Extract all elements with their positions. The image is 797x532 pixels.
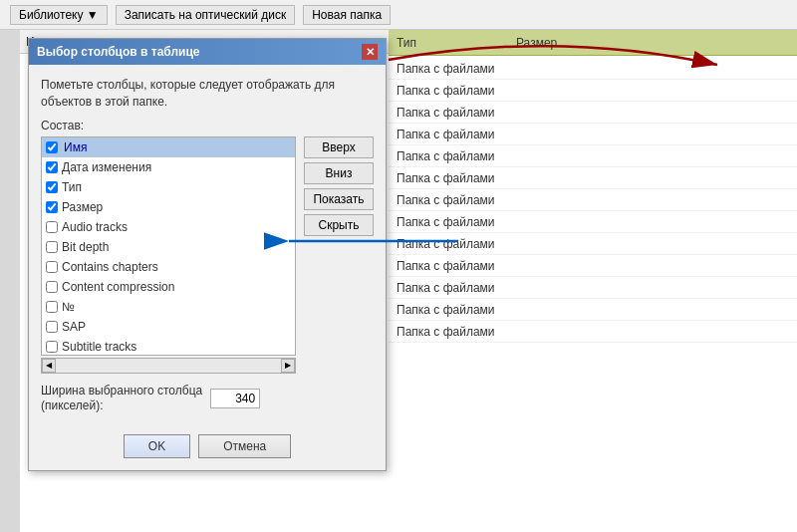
column-label: Subtitle tracks [62,340,136,354]
column-label: Contains chapters [62,260,158,274]
dialog-body: Пометьте столбцы, которые следует отобра… [29,65,386,426]
column-item[interactable]: Bit depth [42,237,295,257]
column-label: Content compression [62,280,174,294]
column-item[interactable]: SAP [42,317,295,337]
width-label: Ширина выбранного столбца(пикселей): [41,384,202,414]
column-picker-dialog: Выбор столбцов в таблице ✕ Пометьте стол… [28,38,387,471]
move-down-button[interactable]: Вниз [304,162,374,184]
column-checkbox[interactable] [46,181,58,193]
column-item[interactable]: Content compression [42,277,295,297]
scroll-right-button[interactable]: ▶ [281,359,295,373]
ok-button[interactable]: OK [124,434,190,458]
width-row: Ширина выбранного столбца(пикселей): [41,384,374,414]
column-item[interactable]: Audio tracks [42,217,295,237]
column-checkbox[interactable] [46,201,58,213]
column-item[interactable]: Subtitle tracks [42,337,295,356]
dialog-description: Пометьте столбцы, которые следует отобра… [41,77,374,111]
column-checkbox[interactable] [46,281,58,293]
column-label: Bit depth [62,240,109,254]
dialog-close-button[interactable]: ✕ [362,44,378,60]
column-label: Дата изменения [62,160,151,174]
column-checkbox[interactable] [46,161,58,173]
column-item[interactable]: Тип [42,177,295,197]
column-checkbox[interactable] [46,301,58,313]
dialog-titlebar: Выбор столбцов в таблице ✕ [29,39,386,65]
column-label: SAP [62,320,86,334]
horizontal-scrollbar[interactable]: ◀ ▶ [41,358,296,374]
scroll-left-button[interactable]: ◀ [42,359,56,373]
columns-list[interactable]: ИмяДата измененияТипРазмерAudio tracksBi… [41,136,296,356]
column-label: Audio tracks [62,220,128,234]
column-item[interactable]: Дата изменения [42,157,295,177]
dialog-title: Выбор столбцов в таблице [37,45,199,59]
column-item[interactable]: Имя [42,137,295,157]
column-checkbox[interactable] [46,241,58,253]
column-label: № [62,300,75,314]
column-item[interactable]: № [42,297,295,317]
column-action-buttons: Вверх Вниз Показать Скрыть [304,136,374,374]
column-label: Имя [62,140,89,154]
hide-button[interactable]: Скрыть [304,214,374,236]
column-label: Тип [62,180,82,194]
section-label: Состав: [41,119,374,133]
column-item[interactable]: Contains chapters [42,257,295,277]
column-checkbox[interactable] [46,141,58,153]
column-checkbox[interactable] [46,321,58,333]
columns-list-container: ИмяДата измененияТипРазмерAudio tracksBi… [41,136,296,374]
column-label: Размер [62,200,103,214]
column-checkbox[interactable] [46,261,58,273]
show-button[interactable]: Показать [304,188,374,210]
width-input[interactable] [210,389,260,408]
move-up-button[interactable]: Вверх [304,136,374,158]
dialog-overlay: Выбор столбцов в таблице ✕ Пометьте стол… [0,0,797,532]
columns-area: ИмяДата измененияТипРазмерAudio tracksBi… [41,136,374,374]
scroll-track[interactable] [56,359,281,373]
column-checkbox[interactable] [46,341,58,353]
cancel-button[interactable]: Отмена [198,434,291,458]
dialog-footer: OK Отмена [29,426,386,470]
column-item[interactable]: Размер [42,197,295,217]
column-checkbox[interactable] [46,221,58,233]
